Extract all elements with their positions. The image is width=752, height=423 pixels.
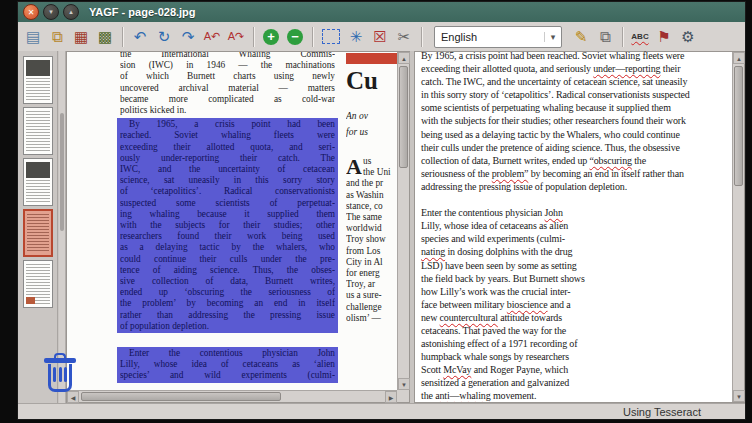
image-vertical-scrollbar[interactable]: ▲ ▼ — [397, 52, 409, 390]
text-line: species and wild experiments (culmi- — [421, 232, 730, 245]
recognize-icon[interactable]: ✎ — [570, 26, 592, 48]
scan-text-line: uncovered archival material — matters — [120, 83, 335, 94]
text-line: catch. The IWC, and the uncertainty of c… — [421, 75, 730, 88]
scan-text-line: sion (IWC) in 1946 — the machinations — [120, 60, 335, 71]
scan-text-line: ously under-reporting their catch. The — [120, 153, 335, 164]
spellcheck-icon[interactable]: ABC — [629, 26, 651, 48]
window-title: YAGF - page-028.jpg — [89, 6, 196, 18]
scan-text-line: could continue their culls under the pre… — [120, 254, 335, 265]
language-select[interactable]: English▾ — [434, 26, 562, 48]
zoom-out-icon[interactable]: − — [287, 29, 303, 45]
text-segment: and a — [548, 299, 571, 310]
text-segment: Lilly, whose idea of cetaceans as alien — [421, 220, 568, 231]
text-segment: in dosing dolphins with the drug — [445, 246, 572, 257]
page-thumbnail[interactable] — [23, 260, 53, 308]
scroll-down-arrow[interactable]: ▼ — [733, 390, 745, 402]
scroll-right-arrow[interactable]: ▶ — [385, 391, 397, 403]
page-thumbnail[interactable] — [23, 158, 53, 206]
scan-subhead: An ov — [346, 108, 397, 124]
text-line: face between military bioscience and a — [421, 298, 730, 311]
scan-text-line: City in Al — [346, 257, 397, 268]
text-segment: in this sorry story of ‘cetapolitics’. R… — [421, 89, 690, 100]
text-segment: new — [421, 312, 440, 323]
scan-icon[interactable]: ▤ — [22, 26, 44, 48]
misspelled-word: problem” — [492, 168, 529, 179]
settings-icon[interactable]: ⚙ — [677, 26, 699, 48]
text-segment: with the subjects for their studies; oth… — [421, 115, 686, 126]
misspelled-word: countercultural — [440, 312, 498, 323]
page-thumbnail[interactable] — [23, 209, 53, 257]
scan-column-1: the International Whaling Commis-sion (I… — [120, 52, 335, 383]
scrollbar-thumb[interactable] — [734, 66, 743, 186]
text-segment: how Lilly’s work was the crucial inter- — [421, 286, 570, 297]
thumbnail-mark — [26, 297, 35, 304]
scan-text-line: and the pr — [346, 178, 397, 189]
scan-headline: Cu — [346, 67, 397, 94]
scroll-up-arrow[interactable]: ▲ — [733, 52, 745, 64]
statusbar: Using Tesseract — [18, 403, 745, 419]
editor-vertical-scrollbar[interactable]: ▲ ▼ — [732, 52, 744, 402]
text-segment: their — [660, 63, 680, 74]
status-text: Using Tesseract — [623, 406, 701, 418]
minimize-button[interactable]: ▾ — [43, 4, 59, 20]
fit-page-icon[interactable]: ✳ — [345, 26, 367, 48]
text-line: how Lilly’s work was the crucial inter- — [421, 285, 730, 298]
rotate-right-icon[interactable]: ↷ — [177, 26, 199, 48]
scan-text-line: The same — [346, 212, 397, 223]
scan-text-line: science, sat uneasily in this sorry stor… — [120, 175, 335, 186]
delete-page-button[interactable] — [42, 353, 78, 395]
thumbnail-list — [18, 51, 58, 403]
open-image-icon[interactable]: ⧉ — [46, 26, 68, 48]
text-segment: movement. — [491, 390, 537, 401]
text-line: new countercultural attitude towards — [421, 311, 730, 324]
ocr-text-editor[interactable]: By 1965, a crisis point had been reached… — [415, 49, 732, 402]
dictionary-icon[interactable]: ⚑ — [653, 26, 675, 48]
image-horizontal-scrollbar[interactable]: ◀ ▶ — [67, 390, 397, 402]
toolbar-separator — [421, 27, 422, 47]
crop-icon[interactable]: ✂ — [393, 26, 415, 48]
clear-selection-icon[interactable]: ☒ — [369, 26, 391, 48]
scan-text-line: challenge — [346, 302, 397, 313]
scrollbar-thumb[interactable] — [60, 113, 64, 231]
thumbnail-photo — [26, 162, 50, 178]
thumbnail-scrollbar[interactable] — [59, 51, 66, 403]
save-image-icon[interactable]: ▦ — [70, 26, 92, 48]
deskew-right-icon[interactable]: A↷ — [225, 26, 247, 48]
selected-region[interactable]: By 1965, a crisis point had beenreached.… — [117, 118, 338, 333]
text-segment: by becoming an end in itself rather than — [528, 168, 683, 179]
scroll-down-arrow[interactable]: ▼ — [398, 378, 410, 390]
recognize-all-icon[interactable]: ⧉ — [594, 26, 616, 48]
section-banner — [346, 53, 397, 64]
scan-text-line: tence of aiding science. Thus, the obses… — [120, 265, 335, 276]
scan-text-line: as Washin — [346, 190, 397, 201]
misspelled-word: under—reporting — [593, 63, 660, 74]
page-thumbnail[interactable] — [23, 56, 53, 104]
text-segment: Scott — [421, 364, 443, 375]
page-thumbnail[interactable] — [23, 107, 53, 155]
select-area-icon[interactable] — [322, 29, 340, 44]
scan-text-line: the problem’ by becoming an end in itsel… — [120, 298, 335, 309]
scrollbar-thumb[interactable] — [399, 66, 408, 168]
misspelled-word: anti—whaling — [435, 390, 490, 401]
scroll-up-arrow[interactable]: ▲ — [398, 52, 410, 64]
toolbar: ▤⧉▦▩↶↻↷A↶A↷+−✳☒✂English▾✎⧉ABC⚑⚙ — [18, 22, 745, 52]
scan-text-line: us a sure- — [346, 290, 397, 301]
zoom-in-icon[interactable]: + — [263, 29, 279, 45]
rotate-left-icon[interactable]: ↶ — [129, 26, 151, 48]
scrollbar-thumb[interactable] — [81, 392, 281, 401]
rotate-180-icon[interactable]: ↻ — [153, 26, 175, 48]
text-segment: collection of data, Burnett writes, ende… — [421, 155, 589, 166]
close-button[interactable]: ✕ — [23, 4, 39, 20]
scan-text-line: ended up ‘obscuring the seriousness of — [120, 287, 335, 298]
titlebar[interactable]: ✕ ▾ ▴ YAGF - page-028.jpg — [18, 2, 745, 22]
text-segment: astonishing effect of a 1971 recording o… — [421, 338, 577, 349]
save-text-icon[interactable]: ▩ — [94, 26, 116, 48]
text-segment: the field back by years. But Burnett sho… — [421, 273, 585, 284]
selected-region[interactable]: Enter the contentious physician JohnLill… — [117, 347, 338, 383]
text-segment: their culls under the pretence of aiding… — [421, 142, 680, 153]
scan-text-line: stance, co — [346, 201, 397, 212]
scan-image[interactable]: the International Whaling Commis-sion (I… — [67, 52, 397, 390]
deskew-left-icon[interactable]: A↶ — [201, 26, 223, 48]
maximize-button[interactable]: ▴ — [63, 4, 79, 20]
text-line: in this sorry story of ‘cetapolitics’. R… — [421, 88, 730, 101]
